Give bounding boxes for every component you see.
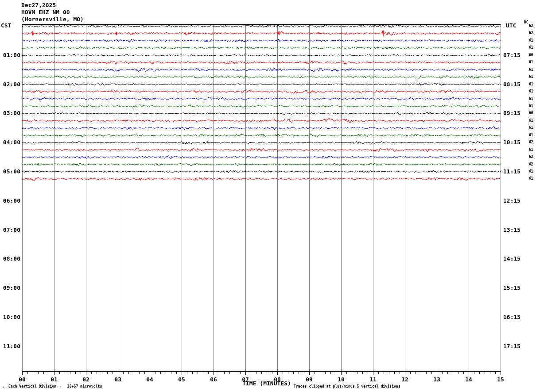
utc-time-label: 15:15 (503, 284, 520, 291)
minute-tick-label: 14 (465, 376, 472, 383)
minute-tick-label: 00 (19, 376, 26, 383)
utc-time-label: 16:15 (503, 314, 520, 320)
dc-offset-value: 61 (529, 75, 533, 79)
minute-tick-label: 04 (146, 376, 153, 383)
dc-offset-value: 61 (529, 46, 533, 50)
dc-offset-value: 61 (529, 119, 533, 123)
utc-time-label: 12:15 (503, 197, 520, 204)
dc-offset-value: 61 (529, 169, 533, 173)
header-station-location: (Hornersville, MO) (21, 16, 84, 23)
dc-offset-value: 61 (529, 68, 533, 72)
dc-offset-value: 62 (529, 31, 533, 35)
helicorder-plot-canvas (0, 0, 536, 392)
dc-offset-value: 62 (529, 140, 533, 144)
cst-time-label: 02:00 (0, 81, 20, 88)
scale-note: Each Vertical Division = 28+57 microvolt… (8, 384, 102, 388)
corner-watermark: M (3, 386, 4, 389)
dc-offset-value: 61 (529, 133, 533, 137)
helicorder-page: Dec27,2025 HOVM EHZ NM 00 (Hornersville,… (0, 0, 536, 392)
dc-offset-value: 61 (529, 104, 533, 108)
cst-time-label: 06:00 (0, 197, 20, 204)
cst-time-label: 04:00 (0, 139, 20, 146)
header-station-code: HOVM EHZ NM 00 (21, 9, 70, 16)
utc-time-label: 09:15 (503, 110, 520, 116)
cst-time-label: 05:00 (0, 168, 20, 175)
cst-time-label: 11:00 (0, 343, 20, 350)
dc-offset-value: 62 (529, 155, 533, 159)
header-date: Dec27,2025 (21, 2, 56, 9)
dc-offset-value: 61 (529, 97, 533, 101)
minute-tick-label: 02 (82, 376, 89, 383)
minute-tick-label: 09 (306, 376, 313, 383)
cst-time-label: 08:00 (0, 255, 20, 262)
utc-time-label: 10:15 (503, 139, 520, 146)
utc-time-label: 13:15 (503, 227, 520, 233)
utc-time-label: 11:15 (503, 168, 520, 175)
minute-tick-label: 03 (114, 376, 121, 383)
dc-column-header: DC (524, 20, 528, 24)
cst-time-label: 01:00 (0, 52, 20, 58)
utc-time-label: 17:15 (503, 343, 520, 350)
dc-offset-value: 61 (529, 38, 533, 42)
dc-offset-value: 62 (529, 24, 533, 28)
dc-offset-value: 61 (529, 82, 533, 86)
dc-offset-value: 61 (529, 126, 533, 130)
dc-offset-value: 60 (529, 53, 533, 57)
utc-time-label: 07:15 (503, 52, 520, 58)
clip-note: Traces clipped at plus/minus 5 vertical … (294, 384, 400, 388)
left-axis-title-cst: CST (1, 22, 11, 29)
minute-tick-label: 11 (369, 376, 377, 383)
minute-tick-label: 10 (338, 376, 345, 383)
dc-offset-value: 61 (529, 148, 533, 152)
dc-offset-value: 62 (529, 162, 533, 166)
right-axis-title-utc: UTC (506, 22, 516, 29)
minute-tick-label: 12 (401, 376, 408, 383)
minute-tick-label: 15 (497, 376, 504, 383)
dc-offset-value: 61 (529, 60, 533, 64)
dc-offset-value: 61 (529, 177, 533, 181)
minute-tick-label: 13 (433, 376, 440, 383)
dc-offset-value: 60 (529, 111, 533, 115)
utc-time-label: 14:15 (503, 255, 520, 262)
dc-offset-value: 61 (529, 89, 533, 93)
cst-time-label: 07:00 (0, 227, 20, 233)
minute-tick-label: 05 (178, 376, 185, 383)
minute-tick-label: 06 (210, 376, 217, 383)
x-axis-title: TIME (MINUTES) (242, 380, 291, 387)
minute-tick-label: 01 (50, 376, 58, 383)
cst-time-label: 09:00 (0, 284, 20, 291)
utc-time-label: 08:15 (503, 81, 520, 88)
cst-time-label: 10:00 (0, 314, 20, 320)
cst-time-label: 03:00 (0, 110, 20, 116)
